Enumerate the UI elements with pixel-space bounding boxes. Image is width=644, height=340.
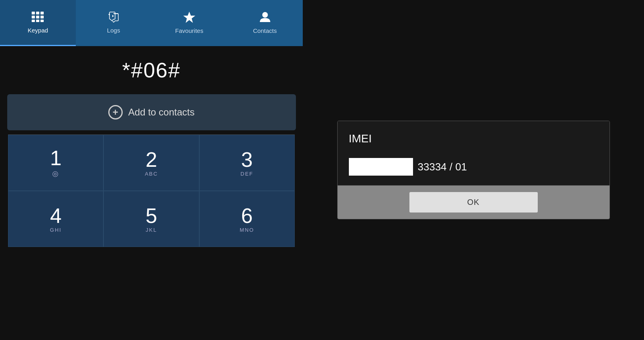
key-2-number: 2 (146, 149, 157, 170)
key-4[interactable]: 4 GHI (8, 191, 103, 247)
key-1[interactable]: 1 ◎ (8, 135, 103, 191)
plus-icon: + (108, 105, 123, 119)
imei-footer: OK (338, 186, 610, 219)
key-5-number: 5 (146, 205, 157, 226)
imei-white-box (349, 158, 413, 176)
tab-logs-label: Logs (107, 27, 120, 34)
key-6-letters: MNO (240, 227, 254, 233)
svg-rect-2 (41, 12, 44, 14)
svg-marker-10 (183, 12, 195, 23)
dial-display: *#06# (122, 58, 181, 82)
tab-favourites[interactable]: Favourites (152, 0, 227, 46)
tab-logs[interactable]: Logs (76, 0, 152, 46)
tab-contacts[interactable]: Contacts (227, 0, 303, 46)
ok-button[interactable]: OK (409, 192, 538, 212)
svg-rect-7 (36, 20, 39, 22)
key-6[interactable]: 6 MNO (199, 191, 295, 247)
key-2-letters: ABC (145, 171, 158, 177)
key-3-letters: DEF (241, 171, 253, 177)
svg-rect-8 (41, 20, 44, 22)
key-3[interactable]: 3 DEF (199, 135, 295, 191)
tab-favourites-label: Favourites (175, 27, 203, 34)
right-panel: IMEI 33334 / 01 OK (303, 0, 644, 340)
key-5-letters: JKL (146, 227, 157, 233)
svg-rect-0 (32, 12, 35, 14)
imei-content: 33334 / 01 (338, 152, 610, 185)
key-1-letters: ◎ (52, 169, 59, 178)
imei-dialog: IMEI 33334 / 01 OK (337, 121, 610, 219)
key-6-number: 6 (241, 205, 253, 226)
svg-point-11 (262, 12, 268, 18)
key-2[interactable]: 2 ABC (103, 135, 199, 191)
key-1-number: 1 (50, 148, 62, 168)
key-3-number: 3 (241, 149, 253, 170)
tab-keypad-label: Keypad (28, 27, 48, 34)
tab-contacts-label: Contacts (253, 27, 277, 34)
svg-rect-3 (32, 16, 35, 18)
favourites-icon (183, 11, 196, 25)
add-to-contacts-button[interactable]: + Add to contacts (7, 94, 296, 130)
imei-title: IMEI (349, 132, 372, 145)
svg-rect-1 (36, 12, 39, 14)
tab-keypad[interactable]: Keypad (0, 0, 76, 46)
imei-title-area: IMEI (338, 121, 610, 152)
svg-rect-6 (32, 20, 35, 22)
contacts-icon (259, 11, 271, 25)
phone-panel: Keypad Logs Favourites (0, 0, 303, 340)
svg-rect-5 (41, 16, 44, 18)
dialer-area: *#06# + Add to contacts 1 ◎ 2 ABC 3 DEF … (0, 46, 303, 340)
svg-rect-4 (36, 16, 39, 18)
key-5[interactable]: 5 JKL (103, 191, 199, 247)
tab-bar: Keypad Logs Favourites (0, 0, 303, 46)
imei-number: 33334 / 01 (418, 161, 467, 173)
key-4-number: 4 (50, 205, 62, 226)
key-4-letters: GHI (50, 227, 62, 233)
add-contacts-label: Add to contacts (128, 107, 194, 118)
keypad-icon (31, 11, 44, 24)
keypad-grid: 1 ◎ 2 ABC 3 DEF 4 GHI 5 JKL 6 MNO (8, 134, 295, 247)
logs-icon (107, 11, 120, 24)
